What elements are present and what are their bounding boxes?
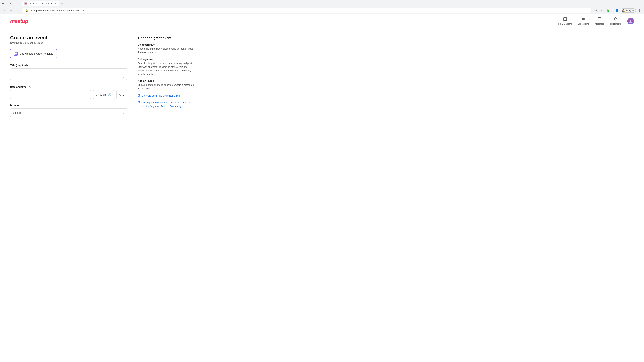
tip-item-image: Add an image Upload a photo or image to … xyxy=(138,79,194,90)
tab-favicon xyxy=(24,2,27,5)
nav-item-connections[interactable]: Connections xyxy=(578,17,589,25)
duration-value: 2 hours xyxy=(13,111,22,114)
connections-label: Connections xyxy=(578,23,589,25)
tab-close-button[interactable]: ✕ xyxy=(54,2,57,5)
template-btn-label: Use Meet and Greet Template xyxy=(20,52,53,55)
tip1-heading: Be descriptive xyxy=(138,43,194,46)
tip-item-descriptive: Be descriptive A good title immediately … xyxy=(138,43,194,54)
forward-button[interactable]: → xyxy=(9,8,14,13)
nav-item-notifications[interactable]: Notifications xyxy=(610,17,621,25)
bookmark-icon[interactable]: ☆ xyxy=(600,8,604,13)
title-input-wrapper: 80 xyxy=(10,68,128,81)
time-input-wrapper[interactable]: 07:00 pm 🕐 xyxy=(93,90,114,99)
svg-point-0 xyxy=(25,2,27,4)
meetup-logo[interactable]: meetup xyxy=(10,18,28,24)
clock-icon: 🕐 xyxy=(108,93,111,96)
search-icon[interactable]: 🔍 xyxy=(594,8,598,13)
page-subtitle: Creative Circle Meetup Group xyxy=(10,41,128,44)
pro-dashboard-label: Pro Dashboard xyxy=(558,23,572,25)
svg-point-8 xyxy=(630,19,632,21)
tip2-heading: Get organized xyxy=(138,58,194,60)
datetime-section: Date and time i 07:00 pm 🕐 UTC xyxy=(10,85,128,99)
tip2-text: Describe things in a clear order so it's… xyxy=(138,61,194,76)
window-controls: ─ □ ✕ xyxy=(2,2,12,4)
pro-dashboard-icon xyxy=(563,17,567,22)
nav-items: Pro Dashboard Connections Messages xyxy=(558,17,634,25)
address-bar: ← → ✕ 🔒 meetup.com/creative-circle-meetu… xyxy=(0,7,644,14)
tips-section: Tips for a great event Be descriptive A … xyxy=(138,35,194,122)
date-input[interactable] xyxy=(10,90,91,99)
datetime-info-icon[interactable]: i xyxy=(28,85,31,88)
tip-item-organized: Get organized Describe things in a clear… xyxy=(138,58,194,76)
title-field-label: Title (required) xyxy=(10,64,128,66)
main-content: Create an event Creative Circle Meetup G… xyxy=(0,28,235,129)
use-template-button[interactable]: Use Meet and Greet Template xyxy=(10,49,57,58)
duration-label: Duration xyxy=(10,104,128,107)
back-button[interactable]: ← xyxy=(2,8,7,13)
reload-button[interactable]: ✕ xyxy=(16,8,20,13)
window-minimize-button[interactable]: ─ xyxy=(2,2,4,4)
time-text: 07:00 pm xyxy=(96,93,107,96)
tab-bar: ‹ › Create an event | Meetup ✕ + xyxy=(13,1,65,6)
user-avatar[interactable] xyxy=(627,18,634,24)
tips-title: Tips for a great event xyxy=(138,36,194,40)
url-bar[interactable]: 🔒 meetup.com/creative-circle-meetup-grou… xyxy=(22,8,592,13)
menu-button[interactable]: ⋮ xyxy=(637,8,642,13)
discord-community-link-text: Get help from experienced organizers. Jo… xyxy=(142,101,194,108)
tip3-heading: Add an image xyxy=(138,79,194,82)
svg-rect-4 xyxy=(565,19,566,21)
notifications-icon xyxy=(614,17,618,22)
tab-title: Create an event | Meetup xyxy=(28,2,53,5)
svg-rect-1 xyxy=(564,17,565,19)
tip1-text: A good title immediately gives people an… xyxy=(138,47,194,54)
timezone-badge[interactable]: UTC xyxy=(116,90,128,99)
duration-select[interactable]: 2 hours ⌄ xyxy=(10,108,128,117)
incognito-badge[interactable]: 🕵️ Incognito xyxy=(621,8,636,12)
incognito-hat-icon: 🕵️ xyxy=(622,9,625,12)
notifications-label: Notifications xyxy=(610,23,621,25)
svg-point-6 xyxy=(584,18,584,19)
datetime-label: Date and time i xyxy=(10,85,128,88)
nav-item-pro-dashboard[interactable]: Pro Dashboard xyxy=(558,17,572,25)
svg-rect-13 xyxy=(138,101,140,103)
extensions-icon[interactable]: 🧩 xyxy=(606,8,610,13)
datetime-inputs: 07:00 pm 🕐 UTC xyxy=(10,90,128,99)
new-tab-button[interactable]: + xyxy=(60,1,64,5)
svg-rect-3 xyxy=(564,19,565,21)
profile-switcher-icon[interactable]: 👤 xyxy=(615,8,619,13)
window-maximize-button[interactable]: □ xyxy=(6,2,8,4)
page-title: Create an event xyxy=(10,35,128,40)
url-text: meetup.com/creative-circle-meetup-group/… xyxy=(30,9,589,12)
messages-icon xyxy=(598,17,602,22)
connections-icon xyxy=(582,17,586,22)
discord-community-link[interactable]: Get help from experienced organizers. Jo… xyxy=(138,101,194,108)
organizer-guide-link-text: Get more tips in the Organizer Guide xyxy=(142,94,180,98)
title-input[interactable] xyxy=(10,68,128,80)
meetup-nav: meetup Pro Dashboard Connecti xyxy=(0,14,644,28)
tip3-text: Upload a photo or image to give members … xyxy=(138,83,194,90)
url-lock-icon: 🔒 xyxy=(25,9,28,12)
svg-rect-9 xyxy=(15,53,17,55)
window-close-button[interactable]: ✕ xyxy=(10,2,12,4)
char-count: 80 xyxy=(123,76,125,79)
messages-label: Messages xyxy=(595,23,604,25)
svg-rect-2 xyxy=(565,17,566,19)
timezone-text: UTC xyxy=(119,93,124,96)
external-link-icon-1 xyxy=(138,94,140,98)
active-tab[interactable]: Create an event | Meetup ✕ xyxy=(22,1,59,6)
duration-section: Duration 2 hours ⌄ xyxy=(10,104,128,117)
template-icon xyxy=(14,52,18,56)
browser-chrome: ─ □ ✕ ‹ › Create an event | Meetup ✕ + ←… xyxy=(0,0,644,14)
toolbar-icons: 🔍 ☆ 🧩 👤 🕵️ Incognito ⋮ xyxy=(594,8,642,13)
nav-item-messages[interactable]: Messages xyxy=(595,17,604,25)
tab-back-button[interactable]: ‹ xyxy=(14,2,18,5)
incognito-label: Incognito xyxy=(626,9,634,12)
svg-rect-12 xyxy=(138,94,140,96)
tab-forward-button[interactable]: › xyxy=(18,2,22,5)
browser-titlebar: ─ □ ✕ ‹ › Create an event | Meetup ✕ + xyxy=(0,0,644,7)
external-link-icon-2 xyxy=(138,101,140,105)
organizer-guide-link[interactable]: Get more tips in the Organizer Guide xyxy=(138,94,194,98)
chevron-down-icon: ⌄ xyxy=(122,111,124,115)
form-section: Create an event Creative Circle Meetup G… xyxy=(10,35,128,122)
